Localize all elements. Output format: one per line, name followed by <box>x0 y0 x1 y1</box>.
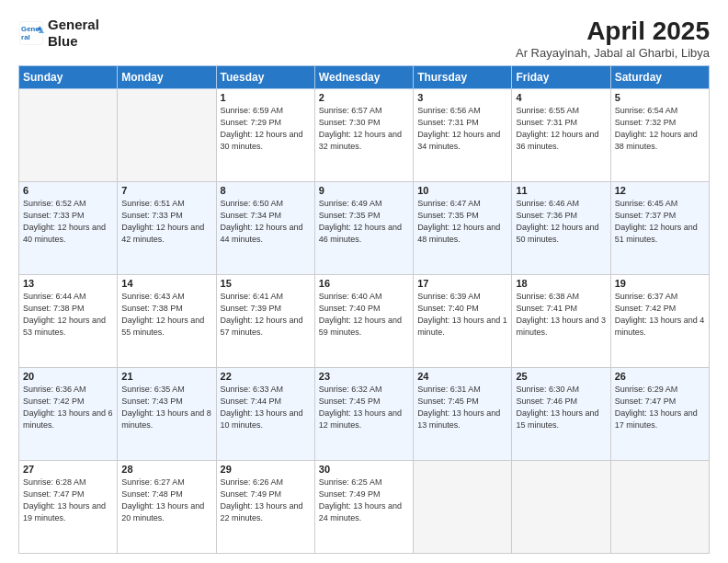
calendar-cell: 17Sunrise: 6:39 AMSunset: 7:40 PMDayligh… <box>414 275 512 368</box>
calendar-cell: 11Sunrise: 6:46 AMSunset: 7:36 PMDayligh… <box>512 182 610 275</box>
day-number: 8 <box>221 185 311 196</box>
day-info: Sunrise: 6:40 AMSunset: 7:40 PMDaylight:… <box>319 291 409 339</box>
calendar-cell <box>512 461 610 554</box>
day-info: Sunrise: 6:44 AMSunset: 7:38 PMDaylight:… <box>23 291 113 339</box>
day-info: Sunrise: 6:56 AMSunset: 7:31 PMDaylight:… <box>417 105 507 153</box>
day-number: 13 <box>23 278 113 289</box>
day-number: 23 <box>319 371 409 382</box>
calendar-week-row: 20Sunrise: 6:36 AMSunset: 7:42 PMDayligh… <box>19 368 710 461</box>
calendar-cell: 30Sunrise: 6:25 AMSunset: 7:49 PMDayligh… <box>314 461 413 554</box>
day-number: 17 <box>417 278 507 289</box>
calendar-week-row: 1Sunrise: 6:59 AMSunset: 7:29 PMDaylight… <box>19 89 710 182</box>
day-number: 22 <box>221 371 311 382</box>
calendar-cell: 24Sunrise: 6:31 AMSunset: 7:45 PMDayligh… <box>414 368 512 461</box>
day-number: 12 <box>615 185 705 196</box>
calendar-cell: 23Sunrise: 6:32 AMSunset: 7:45 PMDayligh… <box>314 368 413 461</box>
day-info: Sunrise: 6:30 AMSunset: 7:46 PMDaylight:… <box>516 384 606 431</box>
title-block: April 2025 Ar Rayayinah, Jabal al Gharbi… <box>516 17 710 60</box>
day-number: 28 <box>121 464 211 475</box>
day-number: 20 <box>23 371 113 382</box>
calendar-cell: 10Sunrise: 6:47 AMSunset: 7:35 PMDayligh… <box>414 182 512 275</box>
calendar-cell: 26Sunrise: 6:29 AMSunset: 7:47 PMDayligh… <box>610 368 709 461</box>
day-number: 25 <box>516 371 606 382</box>
calendar-cell <box>19 89 118 182</box>
day-info: Sunrise: 6:36 AMSunset: 7:42 PMDaylight:… <box>23 384 113 431</box>
logo-text: General Blue <box>48 17 99 50</box>
calendar-cell: 7Sunrise: 6:51 AMSunset: 7:33 PMDaylight… <box>118 182 216 275</box>
calendar-cell: 1Sunrise: 6:59 AMSunset: 7:29 PMDaylight… <box>216 89 314 182</box>
day-number: 16 <box>319 278 409 289</box>
day-number: 19 <box>615 278 705 289</box>
day-number: 30 <box>319 464 409 475</box>
calendar-cell <box>610 461 709 554</box>
calendar-cell <box>118 89 216 182</box>
calendar-cell: 2Sunrise: 6:57 AMSunset: 7:30 PMDaylight… <box>314 89 413 182</box>
day-header-monday: Monday <box>118 66 216 89</box>
day-number: 9 <box>319 185 409 196</box>
calendar-cell: 22Sunrise: 6:33 AMSunset: 7:44 PMDayligh… <box>216 368 314 461</box>
logo-icon: Gene- ral <box>18 20 44 46</box>
day-number: 29 <box>221 464 311 475</box>
calendar-cell <box>414 461 512 554</box>
calendar-cell: 27Sunrise: 6:28 AMSunset: 7:47 PMDayligh… <box>19 461 118 554</box>
day-info: Sunrise: 6:46 AMSunset: 7:36 PMDaylight:… <box>516 198 606 246</box>
calendar-cell: 28Sunrise: 6:27 AMSunset: 7:48 PMDayligh… <box>118 461 216 554</box>
day-header-saturday: Saturday <box>610 66 709 89</box>
day-info: Sunrise: 6:25 AMSunset: 7:49 PMDaylight:… <box>319 477 409 524</box>
day-number: 24 <box>417 371 507 382</box>
day-number: 4 <box>516 92 606 103</box>
day-number: 1 <box>221 92 311 103</box>
calendar-cell: 12Sunrise: 6:45 AMSunset: 7:37 PMDayligh… <box>610 182 709 275</box>
svg-text:ral: ral <box>21 33 30 41</box>
day-info: Sunrise: 6:29 AMSunset: 7:47 PMDaylight:… <box>615 384 705 431</box>
calendar-cell: 20Sunrise: 6:36 AMSunset: 7:42 PMDayligh… <box>19 368 118 461</box>
calendar-header-row: SundayMondayTuesdayWednesdayThursdayFrid… <box>19 66 710 89</box>
calendar-cell: 19Sunrise: 6:37 AMSunset: 7:42 PMDayligh… <box>610 275 709 368</box>
day-info: Sunrise: 6:31 AMSunset: 7:45 PMDaylight:… <box>417 384 507 431</box>
logo-line1: General <box>48 17 99 33</box>
day-info: Sunrise: 6:57 AMSunset: 7:30 PMDaylight:… <box>319 105 409 153</box>
calendar-cell: 21Sunrise: 6:35 AMSunset: 7:43 PMDayligh… <box>118 368 216 461</box>
day-info: Sunrise: 6:32 AMSunset: 7:45 PMDaylight:… <box>319 384 409 431</box>
calendar-week-row: 6Sunrise: 6:52 AMSunset: 7:33 PMDaylight… <box>19 182 710 275</box>
calendar-cell: 16Sunrise: 6:40 AMSunset: 7:40 PMDayligh… <box>314 275 413 368</box>
day-header-sunday: Sunday <box>19 66 118 89</box>
day-number: 26 <box>615 371 705 382</box>
day-info: Sunrise: 6:41 AMSunset: 7:39 PMDaylight:… <box>221 291 311 339</box>
day-info: Sunrise: 6:59 AMSunset: 7:29 PMDaylight:… <box>221 105 311 153</box>
day-number: 6 <box>23 185 113 196</box>
calendar-week-row: 27Sunrise: 6:28 AMSunset: 7:47 PMDayligh… <box>19 461 710 554</box>
header: Gene- ral General Blue April 2025 Ar Ray… <box>18 17 710 60</box>
day-info: Sunrise: 6:43 AMSunset: 7:38 PMDaylight:… <box>121 291 211 339</box>
page: Gene- ral General Blue April 2025 Ar Ray… <box>0 0 728 563</box>
day-number: 18 <box>516 278 606 289</box>
logo-line2: Blue <box>48 33 99 50</box>
day-info: Sunrise: 6:33 AMSunset: 7:44 PMDaylight:… <box>221 384 311 431</box>
day-number: 5 <box>615 92 705 103</box>
calendar-cell: 9Sunrise: 6:49 AMSunset: 7:35 PMDaylight… <box>314 182 413 275</box>
calendar-cell: 25Sunrise: 6:30 AMSunset: 7:46 PMDayligh… <box>512 368 610 461</box>
day-number: 7 <box>121 185 211 196</box>
day-info: Sunrise: 6:26 AMSunset: 7:49 PMDaylight:… <box>221 477 311 524</box>
day-info: Sunrise: 6:54 AMSunset: 7:32 PMDaylight:… <box>615 105 705 153</box>
calendar-cell: 13Sunrise: 6:44 AMSunset: 7:38 PMDayligh… <box>19 275 118 368</box>
logo: Gene- ral General Blue <box>18 17 99 50</box>
day-header-wednesday: Wednesday <box>314 66 413 89</box>
day-header-thursday: Thursday <box>414 66 512 89</box>
day-number: 11 <box>516 185 606 196</box>
day-header-tuesday: Tuesday <box>216 66 314 89</box>
day-info: Sunrise: 6:27 AMSunset: 7:48 PMDaylight:… <box>121 477 211 524</box>
day-header-friday: Friday <box>512 66 610 89</box>
day-info: Sunrise: 6:50 AMSunset: 7:34 PMDaylight:… <box>221 198 311 246</box>
day-number: 27 <box>23 464 113 475</box>
day-info: Sunrise: 6:52 AMSunset: 7:33 PMDaylight:… <box>23 198 113 246</box>
day-info: Sunrise: 6:45 AMSunset: 7:37 PMDaylight:… <box>615 198 705 246</box>
day-info: Sunrise: 6:39 AMSunset: 7:40 PMDaylight:… <box>417 291 507 339</box>
day-info: Sunrise: 6:55 AMSunset: 7:31 PMDaylight:… <box>516 105 606 153</box>
day-info: Sunrise: 6:35 AMSunset: 7:43 PMDaylight:… <box>121 384 211 431</box>
day-info: Sunrise: 6:38 AMSunset: 7:41 PMDaylight:… <box>516 291 606 339</box>
calendar-cell: 6Sunrise: 6:52 AMSunset: 7:33 PMDaylight… <box>19 182 118 275</box>
calendar-cell: 3Sunrise: 6:56 AMSunset: 7:31 PMDaylight… <box>414 89 512 182</box>
day-info: Sunrise: 6:37 AMSunset: 7:42 PMDaylight:… <box>615 291 705 339</box>
day-number: 2 <box>319 92 409 103</box>
